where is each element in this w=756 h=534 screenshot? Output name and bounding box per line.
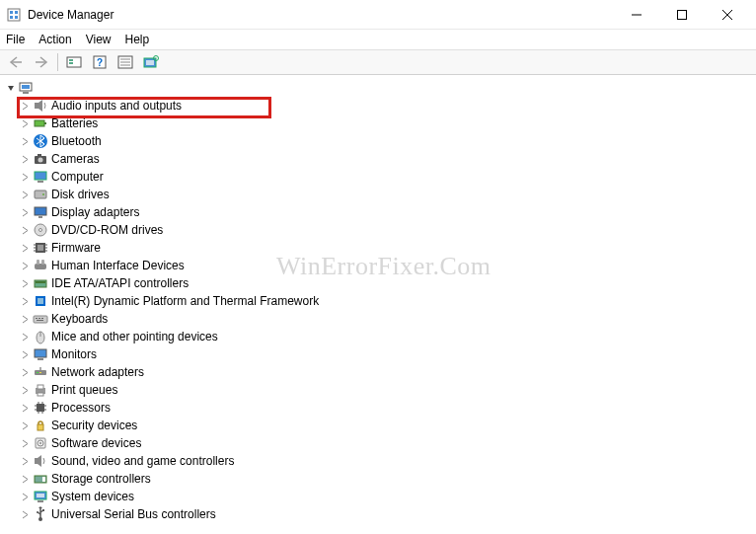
tree-category[interactable]: Monitors xyxy=(2,345,756,363)
svg-rect-58 xyxy=(38,318,40,319)
menubar: File Action View Help xyxy=(0,30,756,49)
tree-category[interactable]: Processors xyxy=(2,399,756,417)
close-button[interactable] xyxy=(705,0,750,30)
chevron-right-icon[interactable] xyxy=(18,312,32,326)
battery-icon xyxy=(32,115,49,131)
tree-category[interactable]: Keyboards xyxy=(2,310,756,328)
maximize-button[interactable] xyxy=(659,0,705,30)
menu-help[interactable]: Help xyxy=(125,33,150,46)
show-hidden-button[interactable] xyxy=(62,51,86,73)
chevron-right-icon[interactable] xyxy=(18,188,32,201)
chevron-right-icon[interactable] xyxy=(18,294,32,308)
tree-category[interactable]: DVD/CD-ROM drives xyxy=(2,221,756,239)
chevron-right-icon[interactable] xyxy=(18,134,32,148)
dvd-icon xyxy=(32,222,49,238)
svg-point-31 xyxy=(38,158,43,163)
chevron-right-icon[interactable] xyxy=(18,259,32,272)
menu-file[interactable]: File xyxy=(6,33,25,46)
category-label: Sound, video and game controllers xyxy=(51,454,234,468)
forward-button[interactable] xyxy=(30,51,53,73)
tree-category[interactable]: Security devices xyxy=(2,417,756,434)
tree-category[interactable]: Display adapters xyxy=(2,203,756,221)
chevron-right-icon[interactable] xyxy=(18,330,32,343)
chevron-right-icon[interactable] xyxy=(18,223,32,237)
chevron-right-icon[interactable] xyxy=(18,205,32,219)
category-label: Firmware xyxy=(51,241,101,255)
svg-rect-21 xyxy=(146,60,154,65)
scan-button[interactable] xyxy=(139,51,163,73)
back-button[interactable] xyxy=(4,51,28,73)
tree-category[interactable]: Universal Serial Bus controllers xyxy=(2,505,756,523)
category-label: Keyboards xyxy=(51,312,108,326)
svg-text:?: ? xyxy=(97,57,103,68)
tree-category[interactable]: Audio inputs and outputs xyxy=(2,97,756,114)
chevron-right-icon[interactable] xyxy=(18,490,32,503)
ide-icon xyxy=(32,275,49,291)
chevron-right-icon[interactable] xyxy=(18,383,32,397)
tree-category[interactable]: Batteries xyxy=(2,114,756,132)
tree-category[interactable]: Sound, video and game controllers xyxy=(2,452,756,470)
software-icon xyxy=(32,435,49,451)
chevron-right-icon[interactable] xyxy=(18,454,32,468)
chevron-down-icon[interactable] xyxy=(4,81,18,95)
titlebar: Device Manager xyxy=(0,0,756,30)
svg-rect-37 xyxy=(35,207,46,215)
chevron-right-icon[interactable] xyxy=(18,419,32,432)
chevron-right-icon[interactable] xyxy=(18,116,32,130)
category-label: Network adapters xyxy=(51,365,144,379)
menu-action[interactable]: Action xyxy=(38,33,71,46)
category-label: Processors xyxy=(51,401,111,415)
chevron-right-icon[interactable] xyxy=(18,365,32,379)
tree-category[interactable]: Human Interface Devices xyxy=(2,257,756,274)
tree-category[interactable]: Network adapters xyxy=(2,363,756,381)
tree-category[interactable]: Storage controllers xyxy=(2,470,756,488)
chevron-right-icon[interactable] xyxy=(18,347,32,361)
svg-rect-35 xyxy=(35,191,46,198)
tree-root[interactable] xyxy=(2,79,756,97)
svg-rect-50 xyxy=(37,260,39,265)
tree-category[interactable]: Mice and other pointing devices xyxy=(2,328,756,345)
category-label: Batteries xyxy=(51,116,98,130)
tree-category[interactable]: Intel(R) Dynamic Platform and Thermal Fr… xyxy=(2,292,756,310)
tree-category[interactable]: Software devices xyxy=(2,434,756,452)
svg-rect-85 xyxy=(35,458,38,464)
device-tree[interactable]: Audio inputs and outputsBatteriesBluetoo… xyxy=(0,75,756,534)
chevron-right-icon[interactable] xyxy=(18,241,32,255)
chevron-right-icon[interactable] xyxy=(18,436,32,450)
tree-category[interactable]: Cameras xyxy=(2,150,756,168)
svg-rect-24 xyxy=(22,85,30,89)
disk-icon xyxy=(32,187,49,202)
chevron-right-icon[interactable] xyxy=(18,170,32,184)
svg-rect-25 xyxy=(23,92,29,94)
chevron-right-icon[interactable] xyxy=(18,152,32,166)
chevron-right-icon[interactable] xyxy=(18,99,32,113)
help-button[interactable]: ? xyxy=(88,51,112,73)
tree-category[interactable]: Print queues xyxy=(2,381,756,399)
chevron-right-icon[interactable] xyxy=(18,472,32,486)
svg-rect-66 xyxy=(37,372,38,373)
tree-category[interactable]: System devices xyxy=(2,488,756,505)
properties-button[interactable] xyxy=(113,51,137,73)
hid-icon xyxy=(32,258,49,273)
svg-rect-51 xyxy=(41,260,44,265)
minimize-button[interactable] xyxy=(614,0,659,30)
svg-rect-0 xyxy=(8,9,20,21)
tree-category[interactable]: Disk drives xyxy=(2,186,756,203)
chevron-right-icon[interactable] xyxy=(18,507,32,521)
tree-category[interactable]: Bluetooth xyxy=(2,132,756,150)
svg-rect-49 xyxy=(35,264,46,269)
svg-rect-81 xyxy=(38,424,43,430)
menu-view[interactable]: View xyxy=(86,33,112,46)
monitor-icon xyxy=(32,346,49,362)
category-label: Bluetooth xyxy=(51,134,102,148)
tree-category[interactable]: IDE ATA/ATAPI controllers xyxy=(2,274,756,292)
tree-category[interactable]: Computer xyxy=(2,168,756,186)
tree-category[interactable]: Firmware xyxy=(2,239,756,257)
category-label: Monitors xyxy=(51,347,97,361)
chevron-right-icon[interactable] xyxy=(18,401,32,415)
app-icon xyxy=(6,7,22,23)
svg-rect-53 xyxy=(36,281,45,283)
chevron-right-icon[interactable] xyxy=(18,276,32,290)
category-label: DVD/CD-ROM drives xyxy=(51,223,163,237)
keyboard-icon xyxy=(32,311,49,327)
